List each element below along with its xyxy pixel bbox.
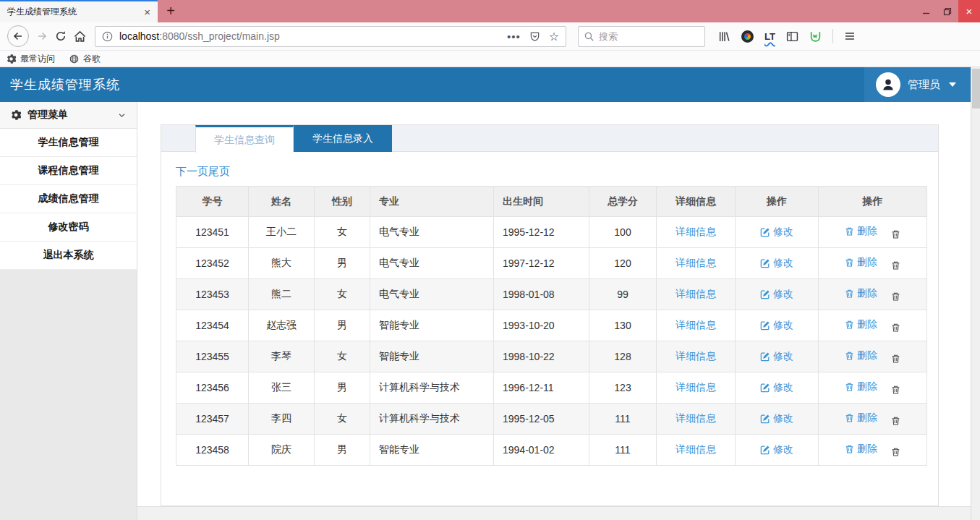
extension-color-icon[interactable] — [741, 30, 754, 43]
library-icon[interactable] — [718, 30, 730, 43]
detail-link[interactable]: 详细信息 — [676, 381, 716, 394]
delete-link[interactable]: 删除 — [845, 225, 877, 238]
cell-student-id: 123455 — [176, 341, 249, 372]
languagetool-extension-icon[interactable]: LT — [764, 31, 775, 42]
cell-detail: 详细信息 — [657, 217, 736, 248]
cell-credits: 120 — [589, 248, 657, 279]
edit-link[interactable]: 修改 — [760, 443, 793, 456]
chevron-down-icon — [118, 111, 126, 119]
bookmark-google[interactable]: 谷歌 — [69, 53, 101, 65]
detail-link[interactable]: 详细信息 — [676, 288, 716, 301]
minimize-button[interactable] — [915, 0, 937, 22]
cell-name: 熊大 — [249, 248, 315, 279]
detail-link[interactable]: 详细信息 — [676, 350, 716, 363]
home-icon — [74, 30, 86, 43]
delete-link[interactable]: 删除 — [845, 380, 877, 393]
detail-link[interactable]: 详细信息 — [676, 319, 716, 332]
sidebar-item[interactable]: 退出本系统 — [0, 242, 137, 270]
gear-icon — [7, 54, 16, 64]
trash-icon-button[interactable] — [891, 385, 900, 395]
bookmark-most-visited[interactable]: 最常访问 — [7, 53, 55, 65]
sidebar-toggle-icon[interactable] — [786, 30, 798, 43]
trash-icon-button[interactable] — [891, 447, 900, 457]
cell-gender: 女 — [315, 279, 370, 310]
edit-link[interactable]: 修改 — [760, 412, 793, 425]
last-page-link[interactable]: 尾页 — [208, 165, 230, 177]
delete-link[interactable]: 删除 — [845, 287, 877, 300]
bookmark-label: 最常访问 — [20, 53, 55, 65]
home-button[interactable] — [74, 30, 86, 43]
reload-button[interactable] — [55, 30, 67, 42]
column-header: 操作 — [736, 187, 819, 217]
close-window-button[interactable]: × — [958, 0, 980, 22]
tab[interactable]: 学生信息录入 — [294, 125, 392, 152]
detail-link[interactable]: 详细信息 — [676, 257, 716, 270]
browser-tab[interactable]: 学生成绩管理系统 × — [0, 0, 158, 22]
sidebar-item[interactable]: 课程信息管理 — [0, 157, 137, 185]
trash-icon-button[interactable] — [891, 229, 900, 239]
trash-icon — [845, 320, 854, 330]
search-box[interactable] — [578, 26, 705, 47]
cell-name: 张三 — [249, 372, 315, 404]
scrollbar-thumb[interactable] — [972, 69, 980, 108]
trash-icon — [845, 444, 854, 454]
edit-icon — [760, 414, 770, 424]
delete-link[interactable]: 删除 — [845, 349, 877, 362]
cell-name: 李四 — [249, 404, 315, 435]
trash-icon-button[interactable] — [891, 323, 900, 333]
edit-link[interactable]: 修改 — [760, 381, 793, 394]
cell-gender: 男 — [315, 248, 370, 279]
sidebar-item[interactable]: 学生信息管理 — [0, 129, 137, 157]
trash-icon-button[interactable] — [891, 260, 900, 270]
sidebar-item[interactable]: 成绩信息管理 — [0, 185, 137, 213]
cell-major: 智能专业 — [370, 310, 494, 341]
tab-close-icon[interactable]: × — [144, 7, 150, 17]
wappalyzer-extension-icon[interactable] — [809, 30, 822, 43]
new-tab-button[interactable]: + — [158, 0, 184, 22]
edit-link[interactable]: 修改 — [760, 350, 793, 363]
url-bar[interactable]: localhost:8080/ssh_project/main.jsp ••• … — [95, 26, 566, 47]
cell-detail: 详细信息 — [657, 372, 736, 404]
trash-icon — [845, 289, 854, 299]
search-input[interactable] — [599, 31, 686, 42]
cell-birthdate: 1998-10-22 — [494, 341, 589, 372]
next-page-link[interactable]: 下一页 — [176, 165, 208, 177]
trash-icon-button[interactable] — [891, 354, 900, 364]
delete-link[interactable]: 删除 — [845, 443, 877, 456]
detail-link[interactable]: 详细信息 — [676, 412, 716, 425]
tab[interactable]: 学生信息查询 — [195, 125, 294, 153]
sidebar-item[interactable]: 修改密码 — [0, 213, 137, 242]
bookmark-star-icon[interactable]: ☆ — [549, 30, 559, 43]
site-info-icon[interactable] — [102, 31, 113, 42]
edit-link[interactable]: 修改 — [760, 319, 793, 332]
restore-button[interactable] — [937, 0, 958, 22]
delete-link[interactable]: 删除 — [845, 318, 877, 331]
sidebar-menu-header[interactable]: 管理菜单 — [0, 102, 137, 129]
edit-link[interactable]: 修改 — [760, 288, 793, 301]
edit-link[interactable]: 修改 — [760, 226, 793, 239]
cell-delete: 删除 — [819, 341, 927, 372]
cell-delete: 删除 — [819, 372, 927, 404]
cell-detail: 详细信息 — [657, 310, 736, 341]
detail-link[interactable]: 详细信息 — [676, 226, 716, 239]
trash-icon-button[interactable] — [891, 416, 900, 426]
admin-dropdown[interactable]: 管理员 — [864, 67, 971, 102]
column-header: 专业 — [370, 187, 494, 217]
detail-link[interactable]: 详细信息 — [676, 443, 716, 456]
trash-icon-button[interactable] — [891, 291, 900, 302]
app-page: 学生成绩管理系统 管理员 管理菜单 学生信息管理课程信息管理成绩信 — [0, 67, 971, 520]
pocket-shield-icon[interactable] — [529, 31, 540, 42]
menu-hamburger-icon[interactable] — [844, 30, 856, 42]
students-table: 学号姓名性别专业出生时间总学分详细信息操作操作 123451 王小二 女 电气专… — [176, 186, 927, 466]
trash-icon — [891, 260, 900, 270]
back-button[interactable] — [7, 25, 29, 47]
cell-major: 电气专业 — [370, 248, 494, 279]
forward-button[interactable] — [36, 30, 48, 42]
cell-name: 赵志强 — [249, 310, 315, 341]
scrollbar-track[interactable] — [971, 67, 980, 520]
cell-birthdate: 1993-10-20 — [494, 310, 589, 341]
delete-link[interactable]: 删除 — [845, 256, 877, 269]
edit-link[interactable]: 修改 — [760, 257, 793, 270]
delete-link[interactable]: 删除 — [845, 412, 877, 425]
page-actions-icon[interactable]: ••• — [507, 30, 521, 43]
